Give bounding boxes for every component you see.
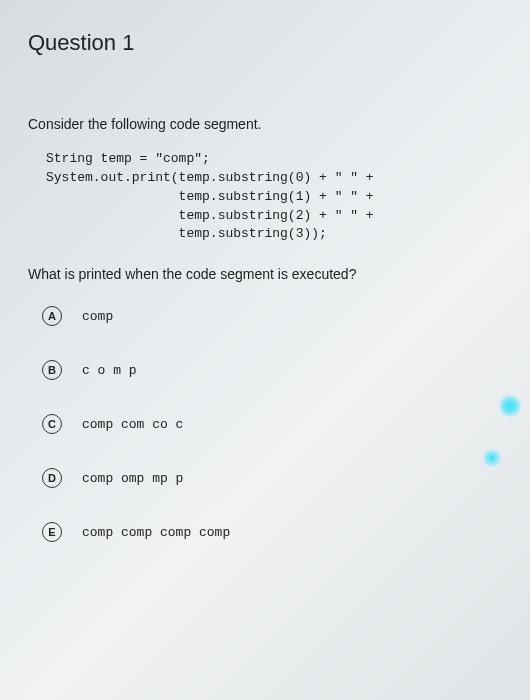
answer-option[interactable]: E comp comp comp comp — [42, 522, 502, 542]
answer-option[interactable]: B c o m p — [42, 360, 502, 380]
option-text-a: comp — [82, 309, 113, 324]
code-segment: String temp = "comp"; System.out.print(t… — [46, 150, 502, 244]
answer-option[interactable]: A comp — [42, 306, 502, 326]
option-letter-d: D — [42, 468, 62, 488]
answer-options: A comp B c o m p C comp com co c D comp … — [42, 306, 502, 542]
question-subprompt: What is printed when the code segment is… — [28, 266, 502, 282]
screen-glare — [498, 394, 522, 418]
screen-glare — [482, 448, 502, 468]
option-text-c: comp com co c — [82, 417, 183, 432]
option-letter-b: B — [42, 360, 62, 380]
option-text-b: c o m p — [82, 363, 137, 378]
question-title: Question 1 — [28, 30, 502, 56]
option-text-e: comp comp comp comp — [82, 525, 230, 540]
question-prompt: Consider the following code segment. — [28, 116, 502, 132]
option-letter-c: C — [42, 414, 62, 434]
option-letter-e: E — [42, 522, 62, 542]
answer-option[interactable]: C comp com co c — [42, 414, 502, 434]
option-letter-a: A — [42, 306, 62, 326]
answer-option[interactable]: D comp omp mp p — [42, 468, 502, 488]
option-text-d: comp omp mp p — [82, 471, 183, 486]
